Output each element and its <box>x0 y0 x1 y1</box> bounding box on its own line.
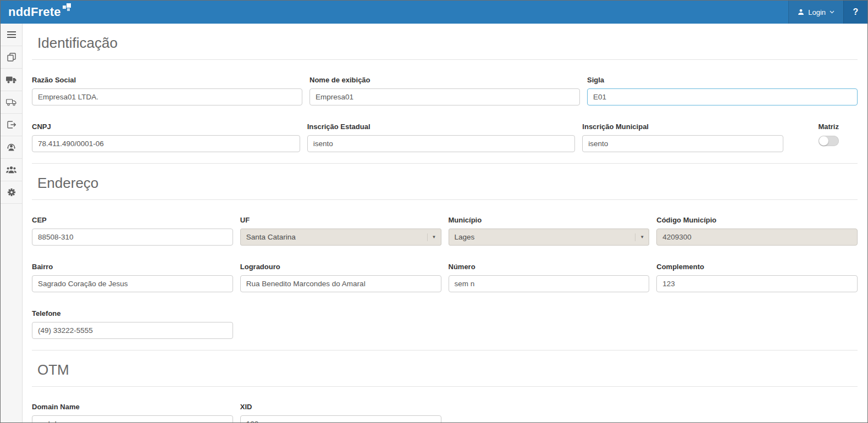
field-domain-name: Domain Name <box>32 402 233 422</box>
field-logradouro: Logradouro <box>240 262 441 292</box>
field-numero: Número <box>449 262 650 292</box>
field-xid: XID <box>240 402 441 422</box>
sigla-input[interactable] <box>587 88 858 105</box>
field-nome-exibicao: Nome de exibição <box>309 75 580 105</box>
xid-input[interactable] <box>240 415 441 422</box>
domain-name-input[interactable] <box>32 415 233 422</box>
users-icon <box>6 166 16 174</box>
user-icon <box>798 9 804 15</box>
telefone-input[interactable] <box>32 322 233 339</box>
sidebar-item-settings[interactable] <box>1 181 22 204</box>
sidebar-item-support[interactable] <box>1 136 22 159</box>
inscricao-municipal-input[interactable] <box>582 135 783 152</box>
field-uf: UF Santa Catarina ▼ <box>240 215 441 246</box>
field-municipio: Município Lages ▼ <box>449 215 650 246</box>
codigo-municipio-input <box>656 229 858 246</box>
cnpj-label: CNPJ <box>32 122 300 132</box>
field-bairro: Bairro <box>32 262 233 292</box>
truck-outline-icon <box>6 98 16 106</box>
truck-icon <box>6 76 16 84</box>
codigo-municipio-label: Código Município <box>656 215 858 225</box>
field-cep: CEP <box>32 215 233 246</box>
topbar-right: Login ? <box>788 1 867 24</box>
field-inscricao-estadual: Inscrição Estadual <box>307 122 576 152</box>
domain-name-label: Domain Name <box>32 402 233 412</box>
municipio-select[interactable]: Lages ▼ <box>449 229 650 246</box>
complemento-label: Complemento <box>656 262 858 272</box>
section-endereco: Endereço CEP UF Santa Catarina ▼ <box>32 163 858 344</box>
inscricao-estadual-label: Inscrição Estadual <box>307 122 576 132</box>
pages-icon <box>7 53 16 62</box>
bairro-label: Bairro <box>32 262 233 272</box>
sidebar <box>1 24 23 422</box>
numero-label: Número <box>449 262 650 272</box>
sidebar-item-menu[interactable] <box>1 24 22 46</box>
section-identificacao: Identificação Razão Social Nome de exibi… <box>32 24 858 158</box>
matriz-label: Matriz <box>818 122 839 132</box>
nome-exibicao-input[interactable] <box>309 88 580 105</box>
chevron-down-icon: ▼ <box>635 233 644 241</box>
help-icon: ? <box>853 7 859 17</box>
sidebar-item-pages[interactable] <box>1 46 22 69</box>
razao-social-label: Razão Social <box>32 75 302 85</box>
sidebar-item-logout[interactable] <box>1 114 22 136</box>
razao-social-input[interactable] <box>32 88 302 105</box>
cnpj-input[interactable] <box>32 135 300 152</box>
menu-icon <box>7 31 16 38</box>
logout-icon <box>7 121 16 129</box>
otm-title: OTM <box>32 350 858 387</box>
main-content: Identificação Razão Social Nome de exibi… <box>23 24 867 422</box>
complemento-input[interactable] <box>656 275 858 292</box>
login-label: Login <box>808 8 826 16</box>
chevron-down-icon <box>830 10 834 14</box>
telefone-label: Telefone <box>32 309 233 319</box>
page: nddFrete Login ? <box>0 0 868 423</box>
field-complemento: Complemento <box>656 262 858 292</box>
nome-exibicao-label: Nome de exibição <box>309 75 580 85</box>
numero-input[interactable] <box>449 275 650 292</box>
logradouro-label: Logradouro <box>240 262 441 272</box>
uf-label: UF <box>240 215 441 225</box>
login-menu[interactable]: Login <box>788 1 843 24</box>
xid-label: XID <box>240 402 441 412</box>
body: Identificação Razão Social Nome de exibi… <box>1 24 867 422</box>
brand-squares-icon <box>62 3 71 14</box>
sidebar-item-truck[interactable] <box>1 69 22 91</box>
municipio-label: Município <box>449 215 650 225</box>
sidebar-item-fleet[interactable] <box>1 91 22 114</box>
field-matriz: Matriz <box>790 122 858 152</box>
sigla-label: Sigla <box>587 75 858 85</box>
field-telefone: Telefone <box>32 309 233 339</box>
cep-input[interactable] <box>32 229 233 246</box>
inscricao-municipal-label: Inscrição Municipal <box>582 122 783 132</box>
municipio-selected-value: Lages <box>455 233 475 241</box>
brand-text: nddFrete <box>8 5 61 19</box>
field-cnpj: CNPJ <box>32 122 300 152</box>
uf-select[interactable]: Santa Catarina ▼ <box>240 229 441 246</box>
endereco-title: Endereço <box>32 164 858 200</box>
support-icon <box>7 143 16 152</box>
help-button[interactable]: ? <box>843 1 867 24</box>
identificacao-title: Identificação <box>32 24 858 60</box>
bairro-input[interactable] <box>32 275 233 292</box>
field-codigo-municipio: Código Município <box>656 215 858 246</box>
logradouro-input[interactable] <box>240 275 441 292</box>
toggle-knob <box>819 136 828 146</box>
field-inscricao-municipal: Inscrição Municipal <box>582 122 783 152</box>
settings-icon <box>7 188 16 197</box>
section-otm: OTM Domain Name XID <box>32 350 858 422</box>
chevron-down-icon: ▼ <box>427 233 436 241</box>
cep-label: CEP <box>32 215 233 225</box>
brand-logo[interactable]: nddFrete <box>1 1 78 24</box>
topbar: nddFrete Login ? <box>1 1 867 24</box>
field-sigla: Sigla <box>587 75 858 105</box>
sidebar-item-users[interactable] <box>1 159 22 181</box>
matriz-toggle[interactable] <box>819 136 839 146</box>
uf-selected-value: Santa Catarina <box>246 233 296 241</box>
inscricao-estadual-input[interactable] <box>307 135 576 152</box>
field-razao-social: Razão Social <box>32 75 302 105</box>
